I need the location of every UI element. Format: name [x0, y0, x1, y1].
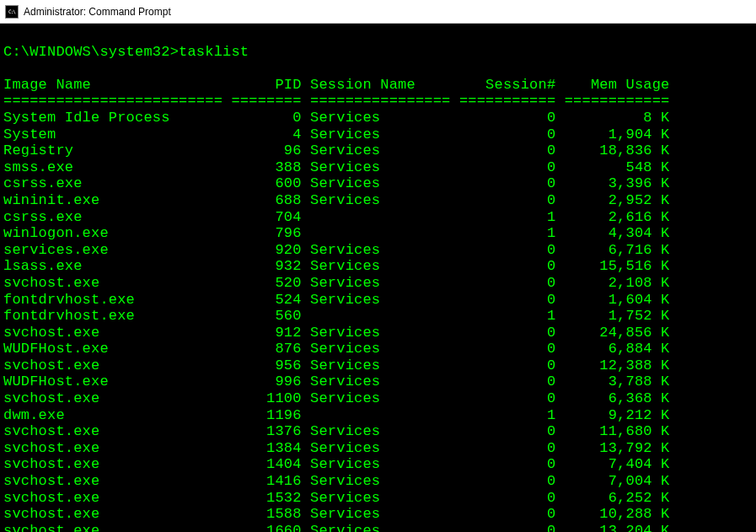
window-titlebar[interactable]: Administrator: Command Prompt [0, 0, 756, 24]
prompt-line: C:\WINDOWS\system32>tasklist [3, 44, 249, 60]
prompt-path: C:\WINDOWS\system32> [3, 44, 179, 60]
window-title: Administrator: Command Prompt [24, 6, 171, 18]
separator-line: ========================= ======== =====… [3, 93, 670, 109]
console-area[interactable]: C:\WINDOWS\system32>tasklist Image Name … [0, 24, 756, 532]
column-headers: Image Name PID Session Name Session# Mem… [3, 77, 670, 93]
cmd-icon [5, 5, 19, 19]
command-text: tasklist [179, 44, 249, 60]
process-rows: System Idle Process 0 Services 0 8 K Sys… [3, 110, 670, 532]
